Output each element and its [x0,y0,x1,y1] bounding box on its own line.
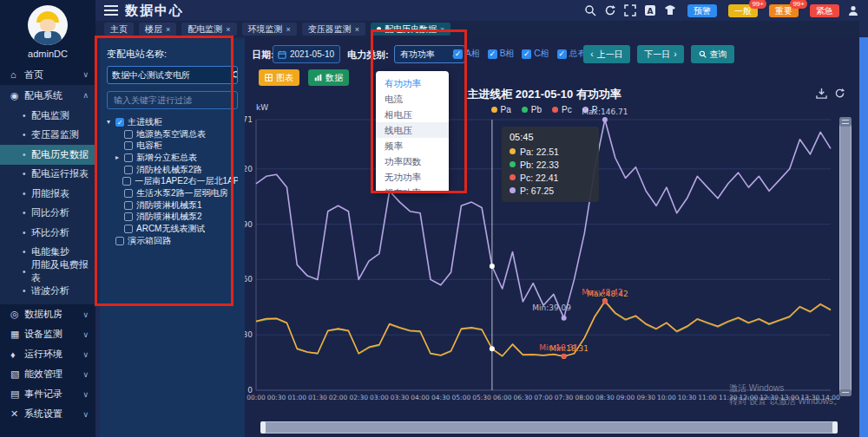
close-icon[interactable]: × [166,25,170,34]
checkbox-unchecked[interactable] [124,153,133,162]
translate-icon[interactable]: A [644,4,656,16]
checkbox-unchecked[interactable] [124,166,133,174]
sidebar-item-变压器监测[interactable]: •变压器监测 [0,126,95,146]
checkbox-unchecked[interactable] [124,212,133,221]
caret-down-icon[interactable]: ▾ [107,118,115,126]
bullet-icon: • [23,247,31,257]
sidebar-group-能效管理[interactable]: ▧能效管理∨ [0,364,95,384]
sidebar-group-系统设置[interactable]: ✕系统设置∨ [0,404,95,424]
tab-配电监测[interactable]: 配电监测× [181,23,236,36]
tree-node-消防喷淋机械泵2[interactable]: 消防喷淋机械泵2 [107,212,238,224]
checkbox-unchecked[interactable] [124,130,133,139]
sidebar-group-设备监测[interactable]: ▦设备监测∨ [0,324,95,344]
tab-主页[interactable]: 主页 [104,23,134,36]
download-icon[interactable] [816,88,827,99]
close-icon[interactable]: × [286,25,291,34]
pointer-dot-phases [490,346,495,351]
checkbox-checked[interactable]: ✓ [115,118,124,127]
dropdown-option-有功功率[interactable]: 有功功率 [376,75,449,91]
tree-node-消防喷淋机械泵1[interactable]: 消防喷淋机械泵1 [107,199,238,212]
sidebar-group-label: 配电系统 [24,89,82,102]
checkbox-unchecked[interactable] [124,201,133,210]
x-axis-tick-label: 00:30 [267,394,286,401]
hamburger-menu-icon[interactable] [104,3,118,18]
bullet-icon: • [23,189,31,199]
sidebar-item-用能报表[interactable]: •用能报表 [0,184,95,204]
dropdown-option-相电压[interactable]: 相电压 [376,107,449,122]
sidebar-group-运行环境[interactable]: ♦运行环境∨ [0,344,95,364]
checkbox-unchecked[interactable] [124,189,133,198]
tab-环境监测[interactable]: 环境监测× [242,23,297,36]
station-tree-panel: 变配电站名称: ▾✓主进线柜地源热泵空调总表电容柜▸新增分立柜总表消防栓机械泵2… [100,39,245,437]
tree-filter-input[interactable] [107,91,238,109]
dropdown-option-线电压[interactable]: 线电压 [376,122,449,138]
datazoom-vertical-slider[interactable] [839,117,852,396]
tree-node-root[interactable]: ▾✓主进线柜 [107,116,238,128]
sidebar-group-power-header[interactable]: ◉ 配电系统 ∧ [0,85,95,106]
tree-node-演示箱回路[interactable]: 演示箱回路 [107,235,238,247]
close-icon[interactable]: × [355,25,359,34]
sidebar-item-配电历史数据[interactable]: •配电历史数据 [0,145,95,165]
x-axis-tick-label: 05:30 [472,394,491,401]
datazoom-left-handle[interactable] [260,421,266,434]
search-icon[interactable] [584,4,596,16]
fullscreen-icon[interactable] [624,4,636,16]
datazoom-right-handle[interactable] [832,421,838,434]
sidebar-group-label: 数据机房 [24,308,82,321]
sidebar-item-配电运行报表[interactable]: •配电运行报表 [0,165,95,185]
bullet-icon: • [23,267,31,277]
alarm-badge-一般[interactable]: 一般99+ [728,4,758,17]
tab-变压器监测[interactable]: 变压器监测× [302,23,365,36]
caret-right-icon[interactable]: ▸ [115,153,124,161]
tree-node-地源热泵空调总表[interactable]: 地源热泵空调总表 [107,128,238,140]
station-input[interactable] [108,67,231,83]
tree-node-ARCM无线表测试[interactable]: ARCM无线表测试 [107,223,238,235]
dropdown-option-视在功率[interactable]: 视在功率 [376,185,449,193]
sidebar-item-配电监测[interactable]: •配电监测 [0,106,95,126]
checkbox-unchecked[interactable] [124,141,133,150]
station-search-button[interactable] [231,67,238,83]
checkbox-unchecked[interactable] [115,237,124,245]
dropdown-option-无功功率[interactable]: 无功功率 [376,169,449,185]
x-axis-tick-label: 00:00 [247,394,266,401]
datazoom-top-handle[interactable] [839,117,852,127]
theme-icon[interactable] [664,4,676,16]
datazoom-horizontal-slider[interactable] [260,421,838,434]
sidebar-item-home[interactable]: ⌂ 首页 ∨ [0,64,95,85]
tab-楼层[interactable]: 楼层× [139,23,176,36]
datacenter-icon: ◎ [10,309,24,320]
tree-node-label: 地源热泵空调总表 [136,128,206,140]
chevron-down-icon: ∨ [82,390,89,399]
tree-node-新增分立柜总表[interactable]: ▸新增分立柜总表 [107,152,238,164]
checkbox-unchecked[interactable] [124,225,133,233]
alarm-badge-预警[interactable]: 预警 [687,4,717,17]
tree-node-一层南1APE2右一层北1APE1左[interactable]: 一层南1APE2右一层北1APE1左 [107,175,238,187]
avatar[interactable] [28,5,68,45]
sidebar-group-数据机房[interactable]: ◎数据机房∨ [0,304,95,324]
sidebar-item-同比分析[interactable]: •同比分析 [0,204,95,224]
tree-node-消防栓机械泵2路[interactable]: 消防栓机械泵2路 [107,164,238,176]
sidebar-item-环比分析[interactable]: •环比分析 [0,223,95,243]
user-icon[interactable] [847,4,859,16]
dropdown-option-频率[interactable]: 频率 [376,138,449,153]
refresh-icon[interactable] [604,4,616,16]
x-axis-tick-label: 02:30 [349,394,368,401]
line-chart[interactable]: 0306090120146.71kW00:0000:3001:0001:3002… [245,0,859,437]
alarm-badge-紧急[interactable]: 紧急 [810,4,839,17]
tab-配电历史数据[interactable]: 配电历史数据× [371,23,450,36]
tree-node-label: 演示箱回路 [128,235,171,247]
tree-node-电容柜[interactable]: 电容柜 [107,140,238,152]
refresh-icon[interactable] [834,88,845,99]
checkbox-unchecked[interactable] [122,177,131,186]
close-icon[interactable]: × [226,25,230,34]
dropdown-option-功率因数[interactable]: 功率因数 [376,153,449,169]
datazoom-bottom-handle[interactable] [839,389,852,396]
dropdown-option-电流[interactable]: 电流 [376,91,449,107]
tree-node-生活水泵2路一层弱电房[interactable]: 生活水泵2路一层弱电房 [107,187,238,199]
sidebar-group-事件记录[interactable]: ▤事件记录∨ [0,384,95,404]
alarm-badge-重要[interactable]: 重要99+ [769,4,799,17]
sidebar-group-label: 能效管理 [24,368,82,381]
sidebar-item-用能及电费报表[interactable]: •用能及电费报表 [0,262,95,282]
page-scrollbar[interactable] [859,37,868,437]
close-icon[interactable]: × [440,25,444,34]
